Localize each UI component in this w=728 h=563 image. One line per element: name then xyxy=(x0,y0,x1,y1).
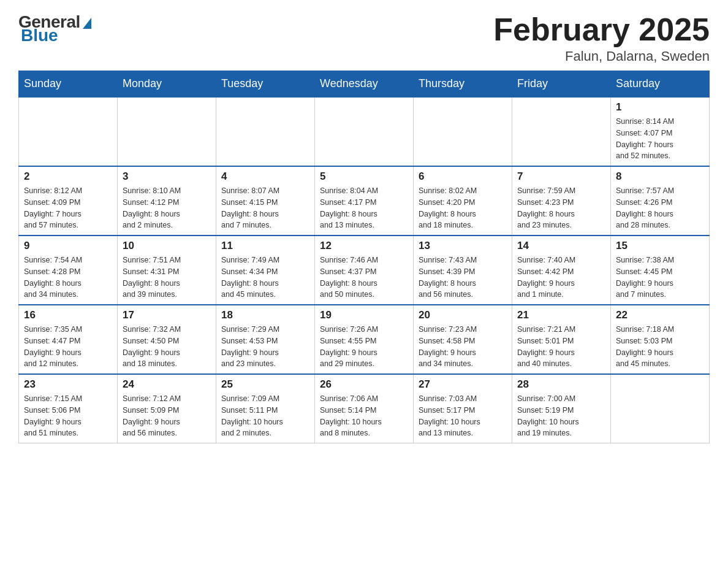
day-number: 7 xyxy=(517,170,605,183)
calendar-header-saturday: Saturday xyxy=(611,71,710,98)
location-label: Falun, Dalarna, Sweden xyxy=(493,48,710,64)
calendar-cell: 5Sunrise: 8:04 AMSunset: 4:17 PMDaylight… xyxy=(315,166,414,236)
calendar-cell: 1Sunrise: 8:14 AMSunset: 4:07 PMDaylight… xyxy=(611,97,710,166)
calendar-cell: 8Sunrise: 7:57 AMSunset: 4:26 PMDaylight… xyxy=(611,166,710,236)
calendar-cell: 13Sunrise: 7:43 AMSunset: 4:39 PMDayligh… xyxy=(414,236,512,305)
day-info: Sunrise: 7:40 AMSunset: 4:42 PMDaylight:… xyxy=(517,255,605,301)
calendar-cell xyxy=(512,97,611,166)
calendar-cell: 16Sunrise: 7:35 AMSunset: 4:47 PMDayligh… xyxy=(19,305,118,374)
calendar-cell xyxy=(118,97,216,166)
week-row-2: 2Sunrise: 8:12 AMSunset: 4:09 PMDaylight… xyxy=(19,166,710,236)
day-info: Sunrise: 7:35 AMSunset: 4:47 PMDaylight:… xyxy=(24,324,112,370)
logo-triangle-icon xyxy=(83,18,91,29)
day-info: Sunrise: 7:18 AMSunset: 5:03 PMDaylight:… xyxy=(616,324,704,370)
day-number: 28 xyxy=(517,378,605,391)
day-number: 22 xyxy=(616,309,704,321)
calendar-cell: 10Sunrise: 7:51 AMSunset: 4:31 PMDayligh… xyxy=(118,236,216,305)
day-info: Sunrise: 7:57 AMSunset: 4:26 PMDaylight:… xyxy=(616,185,704,231)
day-info: Sunrise: 7:23 AMSunset: 4:58 PMDaylight:… xyxy=(419,324,507,370)
calendar-cell: 20Sunrise: 7:23 AMSunset: 4:58 PMDayligh… xyxy=(414,305,512,374)
calendar-header-monday: Monday xyxy=(118,71,216,98)
calendar-cell: 4Sunrise: 8:07 AMSunset: 4:15 PMDaylight… xyxy=(216,166,315,236)
day-number: 24 xyxy=(123,378,211,391)
day-number: 17 xyxy=(123,309,211,321)
day-info: Sunrise: 8:10 AMSunset: 4:12 PMDaylight:… xyxy=(123,185,211,231)
day-info: Sunrise: 7:00 AMSunset: 5:19 PMDaylight:… xyxy=(517,393,605,439)
calendar-cell: 21Sunrise: 7:21 AMSunset: 5:01 PMDayligh… xyxy=(512,305,611,374)
day-info: Sunrise: 7:38 AMSunset: 4:45 PMDaylight:… xyxy=(616,255,704,301)
day-number: 8 xyxy=(616,170,704,183)
day-info: Sunrise: 7:32 AMSunset: 4:50 PMDaylight:… xyxy=(123,324,211,370)
day-number: 10 xyxy=(123,240,211,252)
calendar-cell: 23Sunrise: 7:15 AMSunset: 5:06 PMDayligh… xyxy=(19,374,118,443)
calendar-cell: 26Sunrise: 7:06 AMSunset: 5:14 PMDayligh… xyxy=(315,374,414,443)
day-number: 19 xyxy=(320,309,408,321)
page-header: General Blue February 2025 Falun, Dalarn… xyxy=(18,12,710,64)
day-number: 21 xyxy=(517,309,605,321)
day-info: Sunrise: 7:21 AMSunset: 5:01 PMDaylight:… xyxy=(517,324,605,370)
day-number: 20 xyxy=(419,309,507,321)
day-info: Sunrise: 7:51 AMSunset: 4:31 PMDaylight:… xyxy=(123,255,211,301)
day-number: 12 xyxy=(320,240,408,252)
calendar-header-tuesday: Tuesday xyxy=(216,71,315,98)
month-title: February 2025 xyxy=(493,12,710,47)
day-info: Sunrise: 7:49 AMSunset: 4:34 PMDaylight:… xyxy=(221,255,309,301)
calendar-cell xyxy=(611,374,710,443)
day-info: Sunrise: 7:26 AMSunset: 4:55 PMDaylight:… xyxy=(320,324,408,370)
calendar-cell xyxy=(414,97,512,166)
day-number: 18 xyxy=(221,309,309,321)
calendar-cell: 22Sunrise: 7:18 AMSunset: 5:03 PMDayligh… xyxy=(611,305,710,374)
day-info: Sunrise: 7:09 AMSunset: 5:11 PMDaylight:… xyxy=(221,393,309,439)
day-number: 3 xyxy=(123,170,211,183)
calendar-cell: 9Sunrise: 7:54 AMSunset: 4:28 PMDaylight… xyxy=(19,236,118,305)
day-number: 2 xyxy=(24,170,112,183)
calendar-table: SundayMondayTuesdayWednesdayThursdayFrid… xyxy=(18,71,710,443)
calendar-cell: 28Sunrise: 7:00 AMSunset: 5:19 PMDayligh… xyxy=(512,374,611,443)
day-number: 1 xyxy=(616,101,704,113)
day-number: 11 xyxy=(221,240,309,252)
logo: General Blue xyxy=(18,12,91,45)
day-number: 26 xyxy=(320,378,408,391)
calendar-header-row: SundayMondayTuesdayWednesdayThursdayFrid… xyxy=(19,71,710,98)
day-info: Sunrise: 7:54 AMSunset: 4:28 PMDaylight:… xyxy=(24,255,112,301)
day-number: 9 xyxy=(24,240,112,252)
day-number: 5 xyxy=(320,170,408,183)
week-row-4: 16Sunrise: 7:35 AMSunset: 4:47 PMDayligh… xyxy=(19,305,710,374)
calendar-cell: 14Sunrise: 7:40 AMSunset: 4:42 PMDayligh… xyxy=(512,236,611,305)
calendar-cell: 25Sunrise: 7:09 AMSunset: 5:11 PMDayligh… xyxy=(216,374,315,443)
logo-blue-text: Blue xyxy=(21,26,58,45)
day-number: 23 xyxy=(24,378,112,391)
day-info: Sunrise: 7:29 AMSunset: 4:53 PMDaylight:… xyxy=(221,324,309,370)
calendar-cell: 3Sunrise: 8:10 AMSunset: 4:12 PMDaylight… xyxy=(118,166,216,236)
calendar-cell: 27Sunrise: 7:03 AMSunset: 5:17 PMDayligh… xyxy=(414,374,512,443)
day-info: Sunrise: 7:59 AMSunset: 4:23 PMDaylight:… xyxy=(517,185,605,231)
day-number: 25 xyxy=(221,378,309,391)
day-info: Sunrise: 8:12 AMSunset: 4:09 PMDaylight:… xyxy=(24,185,112,231)
calendar-cell xyxy=(19,97,118,166)
calendar-cell: 19Sunrise: 7:26 AMSunset: 4:55 PMDayligh… xyxy=(315,305,414,374)
calendar-cell: 12Sunrise: 7:46 AMSunset: 4:37 PMDayligh… xyxy=(315,236,414,305)
day-number: 13 xyxy=(419,240,507,252)
calendar-cell: 24Sunrise: 7:12 AMSunset: 5:09 PMDayligh… xyxy=(118,374,216,443)
calendar-header-wednesday: Wednesday xyxy=(315,71,414,98)
day-number: 6 xyxy=(419,170,507,183)
week-row-5: 23Sunrise: 7:15 AMSunset: 5:06 PMDayligh… xyxy=(19,374,710,443)
calendar-cell: 7Sunrise: 7:59 AMSunset: 4:23 PMDaylight… xyxy=(512,166,611,236)
day-info: Sunrise: 7:46 AMSunset: 4:37 PMDaylight:… xyxy=(320,255,408,301)
calendar-header-sunday: Sunday xyxy=(19,71,118,98)
day-info: Sunrise: 7:15 AMSunset: 5:06 PMDaylight:… xyxy=(24,393,112,439)
day-info: Sunrise: 7:06 AMSunset: 5:14 PMDaylight:… xyxy=(320,393,408,439)
calendar-cell: 11Sunrise: 7:49 AMSunset: 4:34 PMDayligh… xyxy=(216,236,315,305)
day-info: Sunrise: 7:12 AMSunset: 5:09 PMDaylight:… xyxy=(123,393,211,439)
calendar-cell: 18Sunrise: 7:29 AMSunset: 4:53 PMDayligh… xyxy=(216,305,315,374)
day-number: 27 xyxy=(419,378,507,391)
day-number: 16 xyxy=(24,309,112,321)
calendar-cell: 17Sunrise: 7:32 AMSunset: 4:50 PMDayligh… xyxy=(118,305,216,374)
calendar-cell: 2Sunrise: 8:12 AMSunset: 4:09 PMDaylight… xyxy=(19,166,118,236)
calendar-header-friday: Friday xyxy=(512,71,611,98)
calendar-cell xyxy=(216,97,315,166)
day-number: 14 xyxy=(517,240,605,252)
day-info: Sunrise: 7:03 AMSunset: 5:17 PMDaylight:… xyxy=(419,393,507,439)
calendar-cell xyxy=(315,97,414,166)
calendar-header-thursday: Thursday xyxy=(414,71,512,98)
